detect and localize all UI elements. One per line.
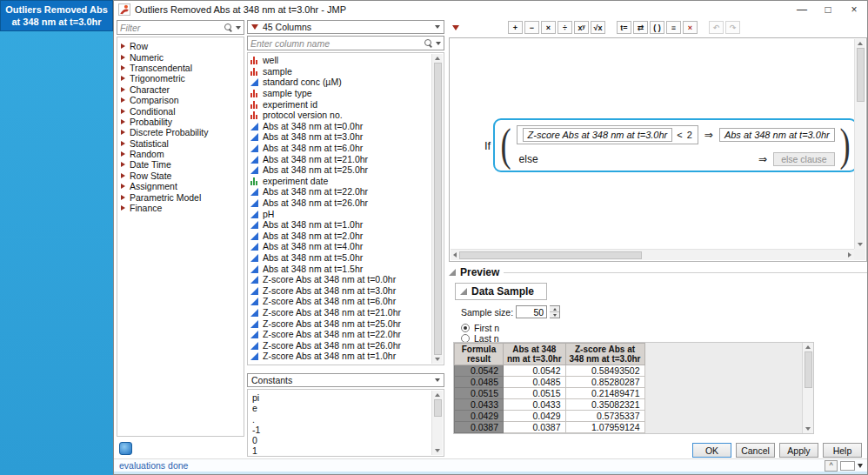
column-item[interactable]: experiment date: [250, 176, 430, 187]
close-button[interactable]: ×: [841, 1, 867, 18]
column-item[interactable]: Abs at 348 nm at t=21.0hr: [250, 153, 430, 164]
function-category-item[interactable]: Comparison: [121, 95, 244, 105]
multiply-button[interactable]: ×: [541, 21, 556, 34]
function-category-item[interactable]: Trigonometric: [121, 73, 244, 84]
constant-item[interactable]: pi: [252, 392, 430, 403]
constants-combo[interactable]: Constants: [247, 373, 444, 387]
filter-input[interactable]: [120, 23, 222, 33]
scroll-up-icon[interactable]: [805, 345, 811, 349]
expand-arrow-icon[interactable]: [121, 130, 125, 135]
table-scrollbar[interactable]: [802, 343, 813, 433]
expand-arrow-icon[interactable]: [121, 141, 125, 146]
scrollbar-thumb[interactable]: [857, 48, 865, 102]
power-button[interactable]: xʸ: [574, 21, 589, 34]
maximize-button[interactable]: □: [815, 1, 841, 18]
sample-size-input[interactable]: [516, 305, 547, 318]
function-category-item[interactable]: Finance: [121, 203, 244, 213]
column-item[interactable]: Abs at 348 nm at t=0.0hr: [250, 121, 430, 132]
ok-button[interactable]: OK: [692, 443, 731, 458]
formula-menu-icon[interactable]: [452, 25, 459, 30]
status-dropdown-icon[interactable]: [858, 464, 863, 468]
scroll-left-icon[interactable]: [453, 252, 457, 258]
scroll-down-icon[interactable]: [435, 358, 440, 361]
function-category-item[interactable]: Row: [121, 41, 244, 51]
formula-result-header[interactable]: Formularesult: [455, 344, 504, 365]
local-variable-button[interactable]: t=: [617, 21, 631, 34]
help-button[interactable]: Help: [823, 443, 862, 458]
column-item[interactable]: Abs at 348 nm at t=1.5hr: [250, 263, 430, 274]
column-item[interactable]: Z-score Abs at 348 nm at t=25.0hr: [250, 318, 430, 329]
expand-arrow-icon[interactable]: [121, 55, 125, 60]
column-item[interactable]: Z-score Abs at 348 nm at t=26.0hr: [250, 339, 430, 351]
radio-icon[interactable]: [461, 324, 470, 332]
constant-item[interactable]: 1: [252, 445, 430, 456]
scroll-down-icon[interactable]: [435, 449, 440, 452]
expand-arrow-icon[interactable]: [121, 43, 125, 49]
scroll-down-icon[interactable]: [805, 427, 811, 431]
canvas-horizontal-scrollbar[interactable]: [451, 249, 854, 260]
column-item[interactable]: Abs at 348 nm at t=6.0hr: [250, 143, 430, 154]
function-category-item[interactable]: Parametric Model: [121, 191, 244, 202]
column-item[interactable]: Abs at 348 nm at t=5.0hr: [250, 252, 430, 264]
expand-arrow-icon[interactable]: [121, 97, 125, 103]
columns-menu-icon[interactable]: [251, 24, 258, 30]
function-category-item[interactable]: Row State: [121, 171, 244, 181]
condition-expression[interactable]: Z-score Abs at 348 nm at t=3.0hr < 2: [517, 125, 698, 144]
expand-arrow-icon[interactable]: [121, 173, 125, 178]
data-sample-title[interactable]: Data Sample: [471, 285, 534, 298]
apply-button[interactable]: Apply: [779, 443, 818, 458]
constant-item[interactable]: e: [252, 403, 430, 413]
stepper-up-icon[interactable]: [550, 306, 559, 312]
column-item[interactable]: Abs at 348 nm at t=25.0hr: [250, 164, 430, 176]
expand-arrow-icon[interactable]: [121, 119, 125, 124]
delete-button[interactable]: −: [524, 21, 539, 34]
zscore-column-header[interactable]: Z-score Abs at348 nm at t=3.0hr: [565, 344, 644, 365]
insert-button[interactable]: +: [508, 21, 523, 34]
sample-size-stepper[interactable]: [550, 305, 560, 318]
column-item[interactable]: experiment id: [250, 98, 430, 110]
column-item[interactable]: Abs at 348 nm at t=2.0hr: [250, 231, 430, 242]
scrollbar-thumb[interactable]: [434, 399, 442, 417]
redo-button[interactable]: ↷: [725, 21, 740, 34]
column-item[interactable]: Z-score Abs at 348 nm at t=3.0hr: [250, 284, 430, 296]
expand-arrow-icon[interactable]: [121, 195, 125, 200]
radio-option[interactable]: First n: [461, 323, 867, 333]
function-category-item[interactable]: Random: [121, 149, 244, 159]
clear-button[interactable]: ×: [683, 21, 698, 34]
column-item[interactable]: protocol version no.: [250, 110, 430, 121]
constant-item[interactable]: .: [252, 414, 430, 425]
columns-source-combo[interactable]: 45 Columns: [247, 20, 444, 34]
scrollbar-thumb[interactable]: [805, 351, 812, 388]
root-button[interactable]: √x: [591, 21, 605, 34]
column-item[interactable]: sample: [250, 66, 430, 77]
expand-arrow-icon[interactable]: [121, 87, 125, 92]
column-item[interactable]: Abs at 348 nm at t=26.0hr: [250, 197, 430, 209]
scroll-up-icon[interactable]: [435, 393, 440, 397]
else-clause-placeholder[interactable]: else clause: [773, 152, 835, 166]
undo-button[interactable]: ↶: [709, 21, 724, 34]
divide-button[interactable]: ÷: [558, 21, 572, 34]
column-item[interactable]: well: [250, 55, 430, 66]
stepper-down-icon[interactable]: [550, 312, 559, 318]
column-item[interactable]: Z-score Abs at 348 nm at t=6.0hr: [250, 296, 430, 307]
dock-toggle-icon[interactable]: ^: [825, 460, 838, 472]
comparison-value[interactable]: 2: [687, 130, 692, 140]
expand-arrow-icon[interactable]: [121, 65, 125, 70]
expand-arrow-icon[interactable]: [121, 109, 125, 114]
scrollbar-thumb[interactable]: [459, 251, 642, 259]
column-item[interactable]: Z-score Abs at 348 nm at t=22.0hr: [250, 329, 430, 340]
column-item[interactable]: Abs at 348 nm at t=1.0hr: [250, 219, 430, 231]
function-category-item[interactable]: Discrete Probability: [121, 127, 244, 137]
if-keyword[interactable]: If: [484, 139, 491, 152]
canvas-vertical-scrollbar[interactable]: [854, 39, 865, 249]
switch-terms-button[interactable]: ⇄: [633, 21, 648, 34]
active-window-tab[interactable]: Outliers Removed Abs at 348 nm at t=3.0h…: [0, 0, 113, 31]
constant-item[interactable]: 0: [252, 435, 430, 445]
layout-box-icon[interactable]: [840, 461, 855, 471]
else-keyword[interactable]: else: [517, 153, 538, 165]
column-item[interactable]: Z-score Abs at 348 nm at t=1.0hr: [250, 351, 430, 362]
function-category-item[interactable]: Numeric: [121, 51, 244, 62]
column-item[interactable]: Abs at 348 nm at t=3.0hr: [250, 131, 430, 143]
column-item[interactable]: pH: [250, 208, 430, 219]
expand-arrow-icon[interactable]: [121, 151, 125, 157]
